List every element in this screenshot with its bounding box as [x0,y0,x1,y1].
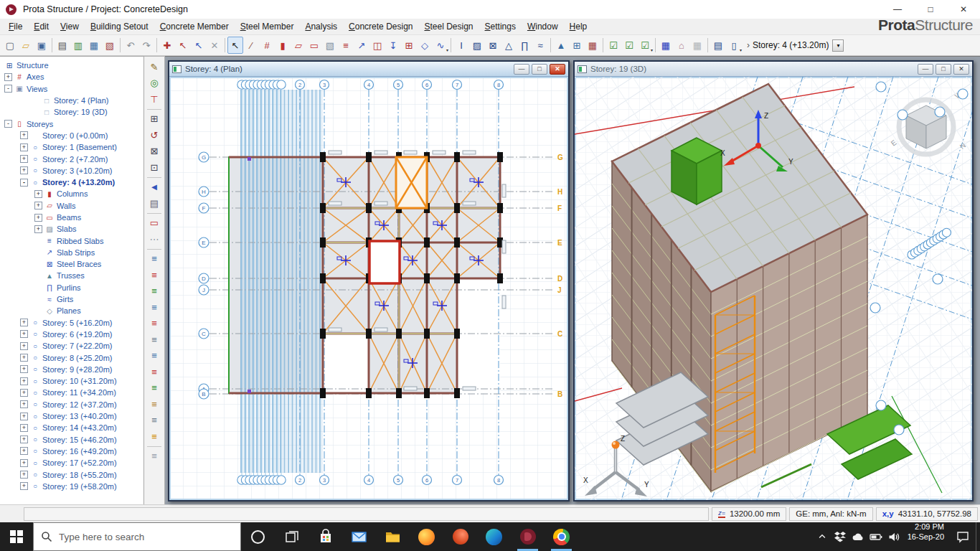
plan-minimize-button[interactable]: — [514,64,529,75]
storey-navigator-button[interactable]: ▯▾ [726,37,742,54]
expand-icon[interactable]: + [20,354,28,362]
steel-member-button[interactable]: ▨ [469,37,485,54]
tree-item-storey-19-58-20m[interactable]: +○Storey: 19 (+58.20m) [0,481,143,492]
tree-item-axes[interactable]: +#Axes [0,71,143,83]
layer-steel-button[interactable]: ≡ [146,348,163,364]
pointer-button[interactable]: ↖ [227,37,243,54]
layer-hatch-button[interactable]: ≡ [146,428,163,445]
menu-item-window[interactable]: Window [522,19,564,34]
menu-item-steel-member[interactable]: Steel Member [235,19,300,34]
action-center-button[interactable] [950,522,976,551]
tree-item-storey-4-plan[interactable]: □Storey: 4 (Plan) [0,95,143,106]
draw-beam-button[interactable]: ▭ [306,37,322,54]
select-remove-button[interactable]: ↖ [175,37,191,54]
redo-button[interactable]: ↷ [138,37,154,54]
expand-icon[interactable]: + [20,131,28,139]
tree-item-storey-1-basement[interactable]: +○Storey: 1 (Basement) [0,141,143,153]
expand-icon[interactable]: + [34,225,42,233]
grid-disabled-button[interactable]: ▦ [689,37,705,54]
view3d-close-button[interactable]: ✕ [953,64,969,75]
search-input[interactable] [59,532,217,542]
draw-axes-button[interactable]: # [259,37,275,54]
display-settings-button[interactable]: ▤ [146,195,163,212]
girt-button[interactable]: ≈ [532,37,548,54]
menu-item-concrete-design[interactable]: Concrete Design [343,19,418,34]
tree-item-storey-10-31-20m[interactable]: +○Storey: 10 (+31.20m) [0,375,143,387]
select-add-button[interactable]: ↖ [191,37,207,54]
taskbar-clock[interactable]: 2:09 PM 16-Sep-20 [908,522,944,551]
plan-window[interactable]: Storey: 4 (Plan) — □ ✕ [168,60,570,501]
zoom-storey-button[interactable]: ⊡ [146,159,163,176]
move-axes-button[interactable]: ⊞ [401,37,417,54]
tray-chevron-button[interactable] [814,532,831,542]
tree-item-storey-6-19-20m[interactable]: +○Storey: 6 (+19.20m) [0,329,143,340]
menu-item-view[interactable]: View [55,19,85,34]
menu-item-concrete-member[interactable]: Concrete Member [154,19,235,34]
layer-walls-button[interactable]: ≡ [146,267,163,283]
tree-item-storey-3-10-20m[interactable]: +○Storey: 3 (+10.20m) [0,165,143,176]
layer-columns-button[interactable]: ≡ [146,251,163,268]
tree-item-storey-9-28-20m[interactable]: +○Storey: 9 (+28.20m) [0,364,143,375]
axis-sketch-button[interactable]: ✚ [159,37,175,54]
expand-icon[interactable]: + [34,214,42,222]
expand-icon[interactable]: + [20,342,28,350]
draw-load-button[interactable]: ↧ [385,37,401,54]
onedrive-tray-button[interactable] [849,532,867,542]
expand-icon[interactable]: + [20,471,28,479]
data-table-button[interactable]: ▦ [86,37,102,54]
expand-icon[interactable]: + [20,400,28,408]
draw-wall-button[interactable]: ▱ [291,37,306,54]
axis-marker-button[interactable]: ⊤ [146,91,163,108]
expand-icon[interactable]: + [20,155,28,163]
tree-item-storey-8-25-20m[interactable]: +○Storey: 8 (+25.20m) [0,352,143,363]
file-explorer-button[interactable] [376,522,410,551]
layer-trusses-button[interactable]: ≡ [146,364,163,380]
volume-tray-button[interactable] [885,532,903,542]
show-desktop-button[interactable] [976,522,980,551]
draw-ribbed-slab-button[interactable]: ≡ [338,37,354,54]
tree-item-slabs[interactable]: +▨Slabs [0,223,143,235]
tree-item-storey-5-16-20m[interactable]: +○Storey: 5 (+16.20m) [0,317,143,329]
snap-target-button[interactable]: ◎ [146,75,163,92]
tree-item-storey-2-7-20m[interactable]: +○Storey: 2 (+7.20m) [0,153,143,164]
layer-loads-button[interactable]: ≡ [146,380,163,397]
menu-item-help[interactable]: Help [564,19,593,34]
expand-icon[interactable]: + [34,202,42,209]
view3d-canvas[interactable]: ZXYNEWZXY [575,77,972,500]
steel-brace-button[interactable]: ⊠ [485,37,501,54]
view-direction-button[interactable]: ◄ [146,179,163,196]
expand-icon[interactable]: + [20,377,28,385]
mail-button[interactable] [342,522,376,551]
view3d-window-titlebar[interactable]: Storey: 19 (3D) — □ ✕ [575,62,972,77]
expand-icon[interactable]: + [20,424,28,432]
dropdown-arrow-icon[interactable]: ▾ [446,47,448,52]
chrome-button[interactable] [545,522,578,551]
tree-item-storey-0-0-00m[interactable]: + Storey: 0 (+0.00m) [0,130,143,141]
tree-item-walls[interactable]: +▱Walls [0,200,143,212]
tree-item-storey-19-3d[interactable]: □Storey: 19 (3D) [0,106,143,118]
store-button[interactable] [308,522,342,551]
report-manager-button[interactable]: ▤ [710,37,726,54]
tree-item-storey-7-22-20m[interactable]: +○Storey: 7 (+22.20m) [0,340,143,352]
expand-icon[interactable]: + [20,166,28,174]
frame-analysis-button[interactable]: ▦ [585,37,600,54]
analysis-button[interactable]: ▲ [553,37,569,54]
display-pattern-button[interactable]: ▦ [658,37,674,54]
truss-button[interactable]: △ [501,37,517,54]
tree-item-storey-16-49-20m[interactable]: +○Storey: 16 (+49.20m) [0,446,143,457]
zoom-window-button[interactable]: ⊞ [146,111,163,128]
layer-sections-button[interactable]: ≡ [146,396,163,413]
storey-selector[interactable]: › Storey: 4 (+13.20m) ▾ [745,39,844,52]
export-report-button[interactable]: ▥ [70,37,86,54]
steel-design-check-button[interactable]: ☑▾ [637,37,653,54]
expand-icon[interactable]: + [20,435,28,443]
sketch-pencil-button[interactable]: ✎ [146,59,163,75]
zoom-previous-button[interactable]: ↺ [146,127,163,143]
tree-item-storey-12-37-20m[interactable]: +○Storey: 12 (+37.20m) [0,399,143,410]
steel-column-button[interactable]: I [453,37,469,54]
menu-item-steel-design[interactable]: Steel Design [418,19,479,34]
expand-icon[interactable]: + [20,447,28,455]
building-analysis-button[interactable]: ⊞ [569,37,585,54]
dropdown-arrow-icon[interactable]: ▾ [651,47,653,52]
layer-slab-strips-button[interactable]: ≡ [146,331,163,348]
